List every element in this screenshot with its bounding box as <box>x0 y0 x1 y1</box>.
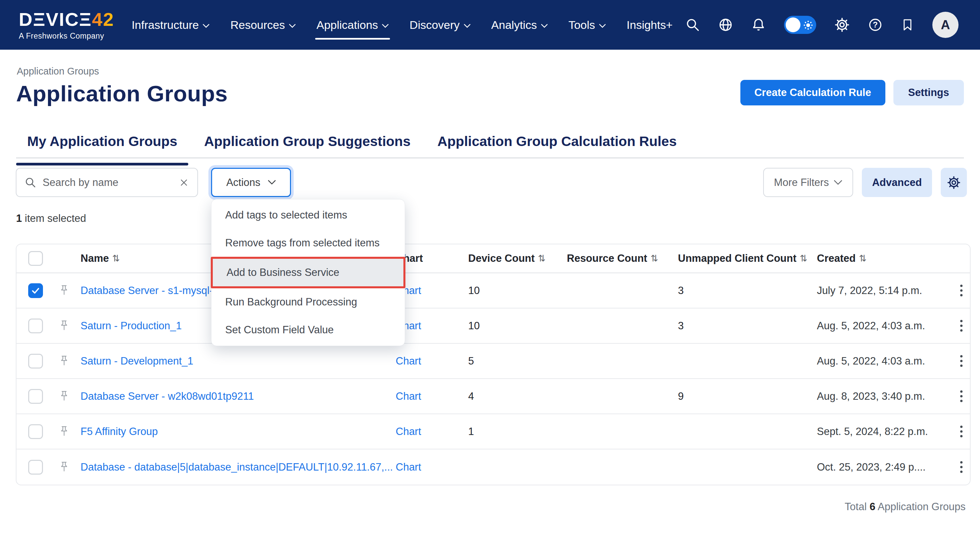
help-icon[interactable]: ? <box>868 18 883 32</box>
toggle-knob <box>786 18 800 32</box>
row-chart-link[interactable]: Chart <box>396 320 468 332</box>
row-name-link[interactable]: F5 Affinity Group <box>81 426 396 438</box>
theme-toggle[interactable] <box>784 16 816 34</box>
nav-item-tools[interactable]: Tools <box>568 0 606 50</box>
row-chart-link[interactable]: Chart <box>396 390 468 403</box>
column-header-chart[interactable]: Chart <box>396 252 468 264</box>
globe-icon[interactable] <box>718 18 733 32</box>
tab-application-group-suggestions[interactable]: Application Group Suggestions <box>193 134 422 165</box>
nav-item-infrastructure[interactable]: Infrastructure <box>132 0 209 50</box>
row-chart-link[interactable]: Chart <box>396 461 468 473</box>
menu-item-set-custom-field-value[interactable]: Set Custom Field Value <box>212 316 405 344</box>
row-checkbox[interactable] <box>28 460 43 474</box>
column-header-resource-count[interactable]: Resource Count⇅ <box>567 252 678 264</box>
user-avatar[interactable]: A <box>932 12 959 38</box>
column-header-label: Device Count <box>468 252 535 264</box>
row-actions-kebab[interactable] <box>953 285 970 296</box>
actions-dropdown-button[interactable]: Actions <box>211 168 291 197</box>
application-groups-page: DΞVICΞ42 A Freshworks Company Infrastruc… <box>0 0 980 533</box>
pin-icon <box>59 355 69 368</box>
menu-item-run-background-processing[interactable]: Run Background Processing <box>212 288 405 316</box>
column-header-label: Name <box>81 252 109 264</box>
row-created: Oct. 25, 2023, 2:49 p.... <box>817 461 953 473</box>
column-header-created[interactable]: Created⇅ <box>817 252 953 264</box>
sort-icon[interactable]: ⇅ <box>800 253 808 264</box>
nav-menu: InfrastructureResourcesApplicationsDisco… <box>132 0 673 50</box>
menu-item-add-tags-to-selected-items[interactable]: Add tags to selected items <box>212 201 405 229</box>
row-actions-kebab[interactable] <box>953 390 970 402</box>
row-actions-kebab[interactable] <box>953 355 970 367</box>
chevron-down-icon <box>834 180 842 185</box>
row-name-link[interactable]: Saturn - Development_1 <box>81 355 396 367</box>
search-input[interactable] <box>43 177 178 189</box>
settings-button[interactable]: Settings <box>893 80 964 105</box>
nav-item-applications[interactable]: Applications <box>317 0 389 50</box>
tab-bar: My Application GroupsApplication Group S… <box>16 134 688 165</box>
logo-wordmark: DΞVICΞ42 <box>19 10 114 29</box>
row-created: Aug. 5, 2022, 4:03 a.m. <box>817 320 953 332</box>
table-row: Database - database|5|database_instance|… <box>16 449 970 485</box>
clear-search-icon[interactable] <box>178 177 189 188</box>
logo-42: 42 <box>92 9 114 30</box>
nav-item-label: Insights+ <box>627 19 673 32</box>
row-chart-link[interactable]: Chart <box>396 355 468 367</box>
tab-application-group-calculation-rules[interactable]: Application Group Calculation Rules <box>426 134 688 165</box>
gear-icon[interactable] <box>834 17 850 33</box>
row-name-link[interactable]: Database Server - w2k08wd01tp9211 <box>81 390 396 403</box>
table-settings-button[interactable] <box>941 168 967 197</box>
pin-icon-button[interactable] <box>59 460 81 474</box>
nav-item-resources[interactable]: Resources <box>230 0 296 50</box>
pin-icon-button[interactable] <box>59 284 81 298</box>
pin-icon-button[interactable] <box>59 390 81 403</box>
menu-item-add-to-business-service[interactable]: Add to Business Service <box>211 257 406 288</box>
column-header-label: Created <box>817 252 856 264</box>
pin-icon-button[interactable] <box>59 425 81 438</box>
row-checkbox[interactable] <box>28 354 43 369</box>
column-header-label: Unmapped Client Count <box>678 252 796 264</box>
sort-icon[interactable]: ⇅ <box>651 253 658 264</box>
table-row: Saturn - Development_1Chart5Aug. 5, 2022… <box>16 344 970 379</box>
create-calculation-rule-button[interactable]: Create Calculation Rule <box>740 80 885 105</box>
row-actions-kebab[interactable] <box>953 426 970 438</box>
bookmark-icon[interactable] <box>901 18 914 32</box>
column-header-device-count[interactable]: Device Count⇅ <box>468 252 567 264</box>
filter-controls: More Filters Advanced <box>763 168 967 197</box>
row-checkbox[interactable] <box>28 424 43 439</box>
row-actions-kebab[interactable] <box>953 461 970 473</box>
row-unmapped-client-count: 9 <box>678 390 817 403</box>
row-unmapped-client-count: 3 <box>678 320 817 332</box>
row-checkbox-checked[interactable] <box>28 283 43 298</box>
row-checkbox[interactable] <box>28 389 43 404</box>
nav-item-label: Tools <box>568 19 595 32</box>
more-filters-dropdown[interactable]: More Filters <box>763 168 853 197</box>
chevron-down-icon <box>541 24 548 28</box>
sort-icon[interactable]: ⇅ <box>859 253 867 264</box>
row-checkbox[interactable] <box>28 318 43 333</box>
nav-item-label: Resources <box>230 19 285 32</box>
pin-icon <box>59 319 69 333</box>
advanced-button[interactable]: Advanced <box>862 168 932 197</box>
search-icon[interactable] <box>685 18 700 32</box>
nav-item-label: Discovery <box>409 19 460 32</box>
pin-icon-button[interactable] <box>59 319 81 333</box>
sort-icon[interactable]: ⇅ <box>538 253 546 264</box>
chevron-down-icon <box>464 24 471 28</box>
pin-icon-button[interactable] <box>59 355 81 368</box>
row-actions-kebab[interactable] <box>953 320 970 332</box>
nav-item-analytics[interactable]: Analytics <box>492 0 548 50</box>
tab-my-application-groups[interactable]: My Application Groups <box>16 134 188 165</box>
nav-item-insights-[interactable]: Insights+ <box>627 0 673 50</box>
device42-logo[interactable]: DΞVICΞ42 A Freshworks Company <box>19 10 114 40</box>
search-box[interactable] <box>16 168 198 197</box>
sort-icon[interactable]: ⇅ <box>112 253 120 264</box>
row-checkbox[interactable] <box>28 251 43 266</box>
menu-item-remove-tags-from-selected-items[interactable]: Remove tags from selected items <box>212 229 405 256</box>
column-header-unmapped-client-count[interactable]: Unmapped Client Count⇅ <box>678 252 817 264</box>
chevron-down-icon <box>289 24 296 28</box>
row-chart-link[interactable]: Chart <box>396 426 468 438</box>
nav-item-discovery[interactable]: Discovery <box>409 0 470 50</box>
row-chart-link[interactable]: Chart <box>396 285 468 297</box>
row-device-count: 5 <box>468 355 567 367</box>
row-name-link[interactable]: Database - database|5|database_instance|… <box>81 461 396 473</box>
notifications-bell-icon[interactable] <box>751 18 766 32</box>
